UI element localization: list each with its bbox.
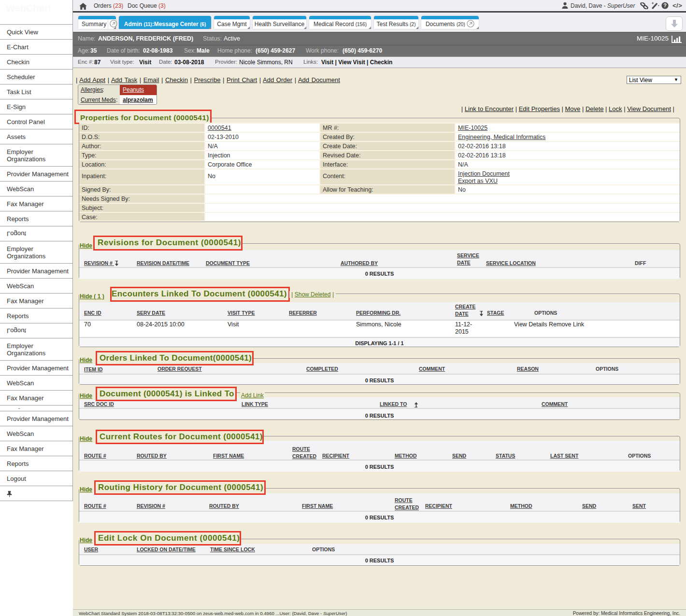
svg-text:?: ?: [663, 2, 667, 8]
